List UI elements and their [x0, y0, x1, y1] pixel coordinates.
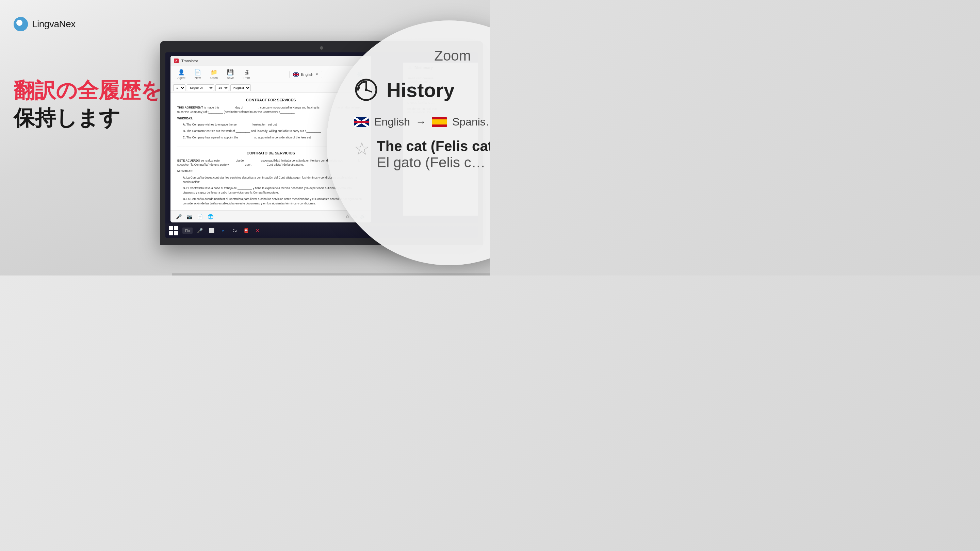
laptop-container: X Translator 👤 Agent 📄 New 📁 Ope — [160, 41, 490, 275]
mientras-label: MIENTRAS: — [177, 169, 193, 173]
source-lang-text: English — [374, 116, 410, 128]
new-icon: 📄 — [194, 69, 201, 76]
save-label: Save — [227, 76, 234, 79]
lang-row: English → Spanis… — [354, 116, 490, 128]
open-icon: 📁 — [211, 69, 218, 76]
taskbar-mic[interactable]: 🎤 — [195, 226, 204, 235]
document-icon[interactable]: 📄 — [197, 214, 203, 219]
svg-point-2 — [18, 21, 21, 25]
translation-content: The cat (Felis cat… El gato (Felis c… — [377, 138, 490, 171]
target-lang-flag — [432, 117, 447, 127]
taskbar-edge[interactable]: e — [218, 226, 227, 235]
app-logo-small: X — [174, 59, 179, 63]
agent-button[interactable]: 👤 Agent — [174, 68, 189, 81]
start-button[interactable] — [169, 226, 178, 235]
lang-arrow: → — [415, 116, 426, 128]
mic-icon[interactable]: 🎤 — [176, 214, 182, 219]
app-titlebar: X Translator — [170, 56, 371, 66]
uk-flag-icon — [293, 73, 299, 76]
cortana-text: По — [185, 229, 190, 233]
laptop-base-area — [160, 273, 490, 275]
laptop-base — [172, 273, 490, 275]
agent-label: Agent — [177, 76, 185, 79]
taskbar-explorer[interactable]: 🗂 — [230, 226, 239, 235]
heading-line2: 保持します — [14, 105, 184, 130]
history-icon — [354, 78, 379, 102]
save-button[interactable]: 💾 Save — [223, 68, 238, 81]
logo-area: LingvaNex — [14, 17, 184, 31]
logo-bold: Lingva — [32, 19, 59, 29]
target-lang-text: Spanis… — [452, 116, 490, 128]
target-text: El gato (Felis c… — [377, 154, 490, 171]
history-row: History — [354, 78, 455, 102]
clause-c-es: C. La Compañía acordó nombrar al Contrat… — [177, 197, 364, 206]
taskbar-multitask[interactable]: ⬜ — [207, 226, 216, 235]
page-size-select[interactable]: 1 — [173, 84, 185, 91]
new-label: New — [195, 76, 201, 79]
save-icon: 💾 — [227, 69, 234, 76]
heading-line1: 翻訳の全履歴を — [14, 79, 184, 102]
globe-icon[interactable]: 🌐 — [208, 214, 213, 219]
star-icon[interactable]: ☆ — [345, 214, 350, 219]
language-selector[interactable]: English ▼ — [289, 71, 323, 78]
source-lang-flag — [354, 117, 369, 127]
taskbar-app[interactable]: ✕ — [253, 226, 262, 235]
print-icon: 🖨 — [244, 69, 250, 76]
print-button[interactable]: 🖨 Print — [239, 68, 254, 81]
bottom-toolbar: 🎤 📷 📄 🌐 ☆ ⧉ 🔊 — [170, 210, 371, 222]
camera-icon[interactable]: 📷 — [186, 214, 192, 219]
svg-line-6 — [366, 90, 372, 92]
font-style-select[interactable]: Regular — [231, 84, 251, 91]
cortana-search[interactable]: По — [182, 227, 192, 233]
print-label: Print — [243, 76, 250, 79]
open-label: Open — [210, 76, 218, 79]
source-text: The cat (Felis cat… — [377, 138, 490, 154]
logo-text: LingvaNex — [32, 19, 76, 30]
app-title: Translator — [181, 59, 198, 63]
svg-point-1 — [16, 20, 22, 26]
new-button[interactable]: 📄 New — [190, 68, 205, 81]
laptop-notch — [320, 46, 323, 50]
zoom-label: Zoom — [434, 48, 471, 64]
taskbar-store[interactable]: 📮 — [242, 226, 250, 235]
logo-light: Nex — [59, 19, 76, 29]
open-button[interactable]: 📁 Open — [207, 68, 221, 81]
whereas-label: WHEREAS: — [177, 117, 193, 120]
agent-icon: 👤 — [178, 69, 185, 76]
font-size-select[interactable]: 14 — [215, 84, 229, 91]
japanese-heading: 翻訳の全履歴を 保持します — [14, 79, 184, 131]
star-row: ☆ The cat (Felis cat… El gato (Felis c… — [354, 138, 490, 171]
app-toolbar: 👤 Agent 📄 New 📁 Open 💾 Save — [170, 66, 371, 83]
toolbar-separator — [257, 69, 257, 79]
favorite-star-icon[interactable]: ☆ — [354, 138, 370, 159]
chevron-down-icon: ▼ — [315, 73, 319, 76]
font-select[interactable]: Segoe UI — [187, 84, 214, 91]
history-text: History — [387, 79, 455, 102]
language-label: English — [301, 73, 313, 76]
svg-point-0 — [14, 17, 28, 31]
logo-icon — [14, 17, 28, 31]
